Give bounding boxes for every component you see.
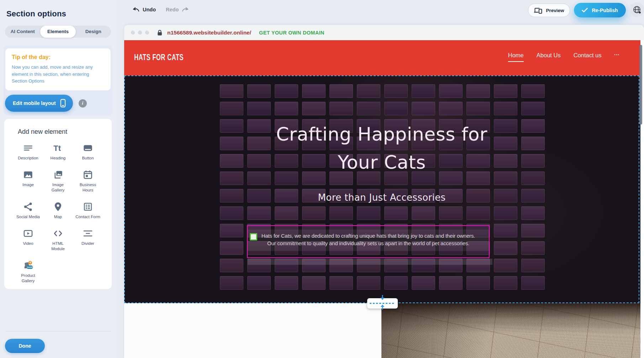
hero-section[interactable]: Crafting Happiness for Your Cats More th…	[124, 75, 640, 303]
description-icon	[23, 143, 33, 153]
tab-elements[interactable]: Elements	[40, 26, 75, 38]
arrow-up-icon	[380, 304, 385, 311]
hero-bg-tile	[412, 206, 435, 220]
add-new-element-card: Add new element Description Tt Heading	[4, 119, 112, 289]
element-video[interactable]: Video	[13, 228, 43, 252]
hero-bg-tile	[357, 276, 380, 290]
video-icon	[23, 228, 33, 239]
image-gallery-icon	[53, 169, 63, 180]
site-url: n1566589.websitebuilder.online/	[167, 30, 251, 36]
tab-design[interactable]: Design	[76, 26, 111, 38]
hero-bg-tile	[220, 102, 243, 115]
hero-bg-tile	[302, 276, 326, 290]
browser-dots	[131, 31, 149, 35]
element-image[interactable]: Image	[13, 169, 43, 193]
selected-paragraph-box[interactable]: Hats for Cats, we are dedicated to craft…	[247, 225, 490, 258]
arrow-down-icon	[380, 295, 385, 302]
republish-button[interactable]: Re-Publish	[574, 3, 626, 17]
preview-button[interactable]: Preview	[528, 4, 570, 17]
done-button[interactable]: Done	[5, 339, 45, 353]
site-nav: Home About Us Contact us •••	[508, 52, 620, 62]
smartphone-icon	[60, 99, 66, 108]
green-drag-handle[interactable]	[250, 233, 257, 241]
redo-button[interactable]: Redo	[166, 7, 189, 12]
drag-ghost-band	[248, 259, 492, 265]
site-header: HATS FOR CATS Home About Us Contact us •…	[124, 40, 640, 75]
contact-form-icon	[83, 201, 93, 212]
element-product-gallery[interactable]: SHOP Product Gallery	[13, 260, 43, 284]
nav-home[interactable]: Home	[508, 52, 524, 62]
hero-bg-tile	[494, 102, 517, 115]
add-element-title: Add new element	[4, 119, 112, 136]
check-icon	[582, 8, 588, 12]
hero-bg-tile	[466, 276, 490, 290]
nav-about-us[interactable]: About Us	[537, 52, 561, 62]
hero-bg-tile	[357, 84, 380, 98]
hero-bg-tile	[275, 276, 298, 290]
nav-more-ellipsis[interactable]: •••	[614, 53, 620, 61]
element-social-media[interactable]: Social Media	[13, 201, 43, 220]
hero-bg-tile	[247, 102, 271, 115]
hero-subheading[interactable]: More than Just Accessories	[124, 192, 639, 203]
hero-bg-tile	[329, 102, 353, 115]
tab-ai-content[interactable]: AI Content	[5, 26, 40, 38]
map-icon	[53, 201, 63, 212]
page-scrollbar-thumb[interactable]	[639, 45, 642, 125]
element-divider[interactable]: Divider	[73, 228, 103, 252]
hero-bg-tile	[384, 84, 408, 98]
panel-footer-divider	[5, 331, 111, 331]
language-globe-button[interactable]	[629, 2, 644, 17]
site-logo[interactable]: HATS FOR CATS	[134, 53, 184, 62]
element-heading[interactable]: Tt Heading	[43, 143, 73, 161]
hero-bg-tile	[521, 259, 545, 272]
floor-photo-section[interactable]	[381, 303, 640, 358]
hero-bg-tile	[494, 259, 517, 272]
undo-icon	[132, 7, 140, 12]
edit-mobile-layout-button[interactable]: Edit mobile layout	[5, 95, 73, 112]
hero-bg-tile	[329, 276, 353, 290]
hero-bg-tile	[302, 102, 326, 115]
element-description[interactable]: Description	[13, 143, 43, 161]
section-options-panel: Section options AI Content Elements Desi…	[0, 0, 116, 358]
hero-bg-tile	[412, 102, 435, 115]
hero-bg-tile	[412, 276, 435, 290]
element-map[interactable]: Map	[43, 201, 73, 220]
nav-contact-us[interactable]: Contact us	[574, 52, 602, 62]
hero-bg-tile	[329, 206, 353, 220]
website-builder-app: Section options AI Content Elements Desi…	[0, 0, 644, 358]
element-image-gallery[interactable]: Image Gallery	[43, 169, 73, 193]
hero-bg-tile	[275, 206, 298, 220]
element-html-module[interactable]: HTML Module	[43, 228, 73, 252]
hero-bg-tile	[439, 102, 463, 115]
element-grid: Description Tt Heading Button	[4, 143, 112, 284]
redo-icon	[181, 7, 189, 12]
hero-bg-tile	[220, 206, 243, 220]
heading-icon: Tt	[53, 143, 63, 153]
hero-bg-tile	[384, 276, 408, 290]
site-preview-window: n1566589.websitebuilder.online/ GET YOUR…	[124, 25, 644, 358]
divider-icon	[83, 228, 93, 239]
hero-bg-tile	[302, 84, 326, 98]
info-icon[interactable]: i	[79, 99, 87, 107]
undo-button[interactable]: Undo	[132, 7, 156, 12]
globe-icon	[633, 5, 641, 14]
editor-topbar: Undo Redo Preview Re-Publish	[116, 0, 644, 25]
hero-bg-tile	[521, 276, 545, 290]
image-icon	[23, 169, 33, 180]
hero-bg-tile	[521, 224, 545, 237]
hero-bg-tile	[466, 84, 490, 98]
element-button[interactable]: Button	[73, 143, 103, 161]
svg-text:Tt: Tt	[53, 144, 61, 153]
html-module-icon	[53, 228, 63, 239]
hero-bg-tile	[220, 224, 243, 237]
hero-heading[interactable]: Crafting Happiness for Your Cats	[124, 120, 639, 177]
element-contact-form[interactable]: Contact Form	[73, 201, 103, 220]
section-resize-handle[interactable]	[367, 298, 398, 309]
next-section-empty[interactable]	[124, 303, 381, 358]
hero-bg-tile	[439, 206, 463, 220]
element-business-hours[interactable]: Business Hours	[73, 169, 103, 193]
hero-bg-tile	[220, 241, 243, 255]
get-domain-link[interactable]: GET YOUR OWN DOMAIN	[259, 30, 324, 36]
tip-title: Tip of the day:	[12, 54, 104, 60]
hero-bg-tile	[494, 241, 517, 255]
